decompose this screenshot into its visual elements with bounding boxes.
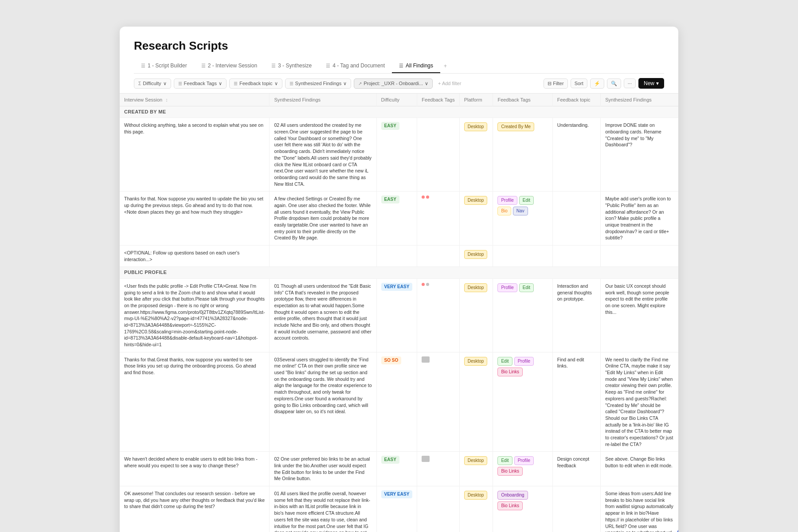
cell-topic	[552, 192, 600, 246]
filter-feedback-topic[interactable]: ☰ Feedback topic ∨	[229, 78, 282, 89]
page-header: Research Scripts ☰ 1 - Script Builder ☰ …	[120, 27, 678, 74]
list-icon: ☰	[178, 81, 182, 86]
tab-icon: ☰	[271, 63, 276, 69]
section-label: PUBLIC PROFILE	[120, 267, 678, 278]
new-button[interactable]: New ▾	[638, 78, 664, 89]
cell-feedback-rating	[417, 278, 459, 352]
tag-badge: Edit	[497, 456, 512, 465]
tag-badge: Profile	[514, 456, 534, 465]
platform-badge: Desktop	[464, 491, 488, 500]
cell-platform: Desktop	[459, 118, 493, 192]
cell-difficulty: VERY EASY	[376, 278, 417, 352]
cell-findings: 03Several users struggled to identify th…	[270, 352, 376, 452]
cell-tags: EditProfileBio Links	[493, 352, 552, 452]
tags-container: ProfileEdit	[497, 283, 548, 293]
cell-recommendations: Our basic UX concept should work well, t…	[601, 278, 678, 352]
cell-recommendations: Improve DONE state on onboarding cards. …	[601, 118, 678, 192]
filter-feedback-tags[interactable]: ☰ Feedback Tags ∨	[174, 78, 227, 89]
table-row: Without clicking anything, take a second…	[120, 118, 678, 192]
table-row: OK awesome! That concludes our research …	[120, 486, 678, 532]
filter-synthesized-findings[interactable]: ☰ Synthesized Findings ∨	[285, 78, 352, 89]
table-container: Interview Session ↕ Synthesized Findings…	[120, 94, 678, 532]
filter-button[interactable]: ⊟ Filter	[544, 78, 567, 89]
tag-badge: Profile	[514, 357, 534, 366]
cell-difficulty: EASY	[376, 192, 417, 246]
cell-difficulty	[376, 246, 417, 267]
lightning-button[interactable]: ⚡	[590, 78, 604, 89]
cell-platform: Desktop	[459, 352, 493, 452]
main-card: Research Scripts ☰ 1 - Script Builder ☰ …	[120, 27, 678, 532]
tags-container: EditProfileBio Links	[497, 456, 548, 476]
cell-feedback-rating	[417, 118, 459, 192]
tabs-row: ☰ 1 - Script Builder ☰ 2 - Interview Ses…	[134, 59, 664, 74]
more-button[interactable]: ···	[624, 78, 636, 88]
cell-feedback-rating	[417, 352, 459, 452]
cell-question: <User finds the public profile -> Edit P…	[120, 278, 270, 352]
tags-container: Created By Me	[497, 122, 548, 132]
cell-feedback-rating	[417, 486, 459, 532]
cell-tags: OnboardingBio Links	[493, 486, 552, 532]
difficulty-badge: VERY EASY	[381, 490, 413, 498]
cell-topic: Find and edit links.	[552, 352, 600, 452]
dropdown-icon: ▾	[656, 80, 659, 86]
cell-recommendations	[601, 246, 678, 267]
cell-platform: Desktop	[459, 192, 493, 246]
cell-tags: Created By Me	[493, 118, 552, 192]
toolbar-row: Σ Difficulty ∨ ☰ Feedback Tags ∨ ☰ Feedb…	[120, 74, 678, 94]
chevron-icon: ∨	[219, 81, 222, 86]
cell-tags: ProfileEdit	[493, 278, 552, 352]
search-button[interactable]: 🔍	[607, 78, 621, 89]
platform-badge: Desktop	[464, 283, 488, 292]
filter-project[interactable]: ↗ Project: _UXR - Onboardi... ∨	[354, 78, 433, 89]
rating-square	[422, 356, 430, 363]
cell-question: OK awesome! That concludes our research …	[120, 486, 270, 532]
rating-dot	[422, 196, 425, 199]
cell-recommendations: See above. Change Bio links button to ed…	[601, 452, 678, 486]
lightning-icon: ⚡	[594, 81, 600, 86]
table-row: We haven't decided where to enable users…	[120, 452, 678, 486]
platform-badge: Desktop	[464, 196, 488, 205]
sort-button[interactable]: Sort	[571, 78, 587, 88]
cell-platform: Desktop	[459, 452, 493, 486]
cell-question: Thanks for that.Great thanks, now suppos…	[120, 352, 270, 452]
filter-icon: ⊟	[548, 81, 552, 86]
filter-difficulty[interactable]: Σ Difficulty ∨	[134, 78, 171, 89]
cell-difficulty: VERY EASY	[376, 486, 417, 532]
cell-platform: Desktop	[459, 246, 493, 267]
tab-interview-session[interactable]: ☰ 2 - Interview Session	[194, 59, 264, 73]
tags-container: ProfileEditBioNav	[497, 196, 548, 216]
cell-feedback-rating	[417, 192, 459, 246]
tab-tag-document[interactable]: ☰ 4 - Tag and Document	[319, 59, 392, 73]
cell-recommendations: Some ideas from users:Add line breaks to…	[601, 486, 678, 532]
cell-feedback-rating	[417, 246, 459, 267]
toolbar-right: ⊟ Filter Sort ⚡ 🔍 ··· New ▾	[544, 78, 664, 89]
col-header-tags: Feedback Tags	[493, 94, 552, 106]
tab-synthesize[interactable]: ☰ 3 - Synthesize	[264, 59, 319, 73]
cell-difficulty: EASY	[376, 452, 417, 486]
col-header-difficulty: Difficulty	[376, 94, 417, 106]
cell-question: <OPTIONAL: Follow up questions based on …	[120, 246, 270, 267]
list-icon: ☰	[234, 81, 238, 86]
rating-dots	[422, 283, 454, 286]
cell-topic: Design concept feedback	[552, 452, 600, 486]
table-row: Thanks for that. Now suppose you wanted …	[120, 192, 678, 246]
cell-feedback-rating	[417, 452, 459, 486]
add-filter-button[interactable]: + Add filter	[435, 79, 464, 88]
tag-badge: Created By Me	[497, 122, 534, 131]
sigma-icon: Σ	[138, 81, 141, 86]
tab-add-button[interactable]: +	[440, 59, 450, 73]
tab-all-findings[interactable]: ☰ All Findings	[392, 59, 440, 73]
platform-badge: Desktop	[464, 250, 488, 259]
tab-script-builder[interactable]: ☰ 1 - Script Builder	[134, 59, 194, 73]
link-icon: ↗	[358, 81, 362, 86]
cell-findings: 02 All users understood the created by m…	[270, 118, 376, 192]
cell-tags: EditProfileBio Links	[493, 452, 552, 486]
table-row: Thanks for that.Great thanks, now suppos…	[120, 352, 678, 452]
sort-icon: ↕	[165, 97, 168, 102]
col-header-findings: Synthesized Findings	[270, 94, 376, 106]
cell-tags	[493, 246, 552, 267]
platform-badge: Desktop	[464, 456, 488, 465]
cell-topic: Understanding.	[552, 118, 600, 192]
cell-topic	[552, 486, 600, 532]
cell-topic: Interaction and general thoughts on prot…	[552, 278, 600, 352]
